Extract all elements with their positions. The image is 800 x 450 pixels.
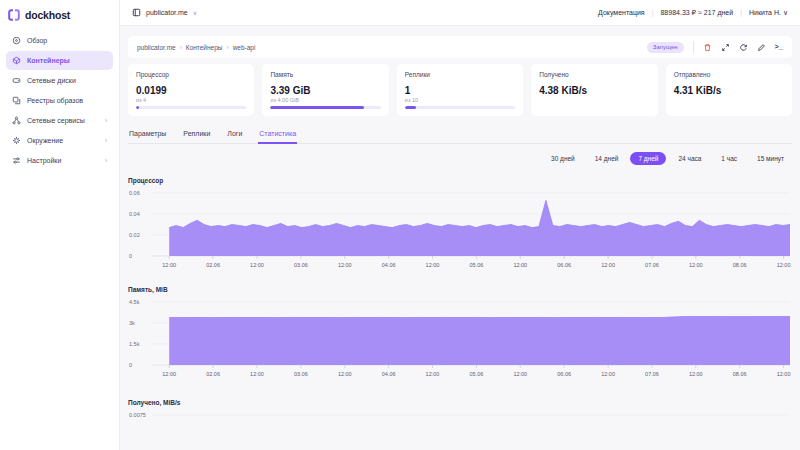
breadcrumb-container-name: web-api: [233, 44, 256, 51]
settings-icon: [12, 156, 21, 165]
replicas-progress: [405, 106, 515, 109]
svg-text:4.5k: 4.5k: [129, 299, 140, 305]
card-received: Получено 4.38 KiB/s: [531, 64, 657, 116]
delete-button[interactable]: [703, 43, 712, 52]
sidebar-item-containers[interactable]: Контейнеры: [6, 51, 113, 70]
svg-text:05.06: 05.06: [470, 262, 484, 268]
sidebar-item-network-services[interactable]: Сетевые сервисы ›: [6, 111, 113, 130]
svg-text:0.0075: 0.0075: [129, 412, 146, 418]
sidebar-item-settings[interactable]: Настройки ›: [6, 151, 113, 170]
svg-text:0.06: 0.06: [129, 190, 140, 196]
card-sub: из 10: [405, 97, 515, 103]
restart-button[interactable]: [739, 43, 748, 52]
edit-button[interactable]: [757, 43, 766, 52]
edit-icon: [757, 43, 766, 52]
range-24h[interactable]: 24 часа: [670, 152, 709, 165]
terminal-icon: >_: [775, 43, 783, 51]
topbar: publicator.me ∨ Документация | 88984.33 …: [120, 0, 800, 26]
breadcrumb-containers[interactable]: Контейнеры: [186, 44, 223, 51]
container-toolbar: publicator.me › Контейнеры › web-api Зап…: [128, 36, 792, 58]
svg-text:04.06: 04.06: [382, 371, 396, 377]
range-30d[interactable]: 30 дней: [543, 152, 583, 165]
network-services-icon: [12, 116, 21, 125]
scale-icon: [721, 43, 730, 52]
range-7d[interactable]: 7 дней: [630, 152, 666, 165]
container-actions: Запущен >_: [647, 41, 783, 53]
sidebar-item-environment[interactable]: Окружение ›: [6, 131, 113, 150]
stat-cards: Процессор 0.0199 из 4 Память 3.39 GiB из…: [128, 64, 792, 116]
card-title: Память: [270, 71, 380, 78]
chevron-right-icon: ›: [105, 157, 107, 164]
tab-parameters[interactable]: Параметры: [128, 127, 167, 144]
brand-logo[interactable]: dockhost: [6, 6, 113, 31]
project-selector[interactable]: publicator.me ∨: [132, 8, 197, 17]
card-sub: из 4: [136, 97, 246, 103]
cpu-chart-plot: 00.020.040.0612:0002.0612:0003.0612:0004…: [128, 188, 792, 274]
memory-progress: [270, 106, 380, 109]
svg-text:07.06: 07.06: [645, 371, 659, 377]
svg-text:12:00: 12:00: [338, 371, 352, 377]
scale-button[interactable]: [721, 43, 730, 52]
app-window: dockhost Обзор Контейнеры Сетевые диски: [0, 0, 800, 450]
sidebar-item-label: Сетевые сервисы: [27, 117, 99, 124]
svg-text:12:00: 12:00: [601, 371, 615, 377]
svg-text:12:00: 12:00: [250, 262, 264, 268]
svg-text:05.06: 05.06: [470, 371, 484, 377]
svg-text:1.5k: 1.5k: [129, 341, 140, 347]
chevron-down-icon: ∨: [193, 9, 197, 16]
card-memory: Память 3.39 GiB из 4.00 GiB: [262, 64, 388, 116]
project-icon: [132, 8, 141, 17]
tab-replicas[interactable]: Реплики: [182, 127, 211, 144]
restart-icon: [739, 43, 748, 52]
received-chart: Получено, MiB/s 0.0075: [128, 399, 792, 450]
svg-text:02.06: 02.06: [206, 371, 220, 377]
range-14d[interactable]: 14 дней: [587, 152, 627, 165]
svg-text:08.06: 08.06: [733, 371, 747, 377]
sidebar-item-label: Контейнеры: [27, 57, 107, 64]
status-badge: Запущен: [647, 42, 684, 53]
svg-text:12:00: 12:00: [250, 371, 264, 377]
breadcrumb-project[interactable]: publicator.me: [137, 44, 176, 51]
chevron-right-icon: ›: [105, 117, 107, 124]
sidebar-item-image-registries[interactable]: Реестры образов: [6, 91, 113, 110]
image-registries-icon: [12, 96, 21, 105]
sidebar-item-network-disks[interactable]: Сетевые диски: [6, 71, 113, 90]
svg-text:12:00: 12:00: [426, 371, 440, 377]
svg-text:0: 0: [129, 362, 132, 368]
range-15m[interactable]: 15 минут: [749, 152, 792, 165]
overview-icon: [12, 36, 21, 45]
terminal-button[interactable]: >_: [775, 43, 783, 51]
sidebar-item-label: Реестры образов: [27, 97, 107, 104]
project-name: publicator.me: [146, 9, 188, 16]
balance-text[interactable]: 88984.33 ₽ ≈ 217 дней: [660, 9, 733, 17]
svg-text:12:00: 12:00: [338, 262, 352, 268]
tab-statistics[interactable]: Статистика: [258, 127, 297, 144]
card-sent: Отправлено 4.31 KiB/s: [666, 64, 792, 116]
card-sub: из 4.00 GiB: [270, 97, 380, 103]
range-1h[interactable]: 1 час: [713, 152, 745, 165]
card-value: 4.38 KiB/s: [539, 85, 649, 96]
svg-text:12:00: 12:00: [777, 371, 791, 377]
sidebar-item-label: Окружение: [27, 137, 99, 144]
docs-link[interactable]: Документация: [598, 9, 645, 16]
svg-text:03.06: 03.06: [294, 262, 308, 268]
dockhost-logo-icon: [8, 9, 20, 21]
sidebar-item-overview[interactable]: Обзор: [6, 31, 113, 50]
chart-title: Получено, MiB/s: [128, 399, 792, 406]
svg-text:12:00: 12:00: [513, 371, 527, 377]
brand-name: dockhost: [25, 9, 70, 21]
page-content: publicator.me › Контейнеры › web-api Зап…: [120, 26, 800, 450]
svg-text:12:00: 12:00: [601, 262, 615, 268]
svg-text:08.06: 08.06: [733, 262, 747, 268]
user-menu[interactable]: Никита Н. ∨: [749, 9, 788, 17]
svg-text:07.06: 07.06: [645, 262, 659, 268]
chevron-down-icon: ∨: [783, 9, 788, 16]
divider: [693, 41, 694, 53]
tab-logs[interactable]: Логи: [226, 127, 243, 144]
svg-text:12:00: 12:00: [689, 262, 703, 268]
time-range-selector: 30 дней 14 дней 7 дней 24 часа 1 час 15 …: [128, 152, 792, 165]
sidebar-item-label: Сетевые диски: [27, 77, 107, 84]
sidebar: dockhost Обзор Контейнеры Сетевые диски: [0, 0, 120, 450]
card-value: 1: [405, 85, 515, 96]
svg-text:0: 0: [129, 253, 132, 259]
